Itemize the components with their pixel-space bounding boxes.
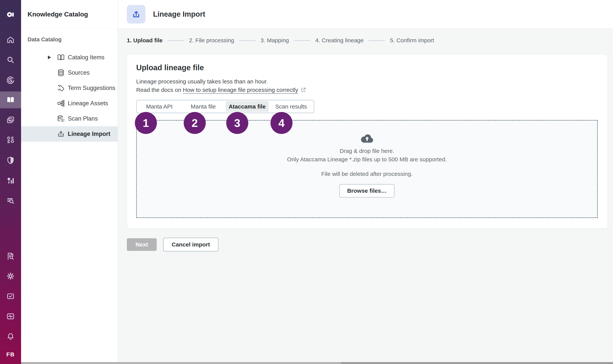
documents-icon	[6, 116, 15, 124]
browse-files-button[interactable]: Browse files…	[340, 184, 395, 197]
sidebar-item-label: Lineage Import	[68, 130, 110, 137]
horizontal-scrollbar-thumb[interactable]	[341, 362, 613, 364]
data-quality-icon	[6, 76, 15, 84]
next-button[interactable]: Next	[127, 238, 157, 251]
step-upload-file: 1. Upload file	[127, 37, 163, 44]
content: 1. Upload file 2. File processing 3. Map…	[118, 29, 613, 364]
main-area: Lineage Import 1. Upload file 2. File pr…	[118, 0, 613, 364]
dropzone-line2: Only Ataccama Lineage *.zip files up to …	[287, 156, 447, 163]
sidebar-item-lineage-import[interactable]: Lineage Import	[21, 126, 118, 142]
sidebar-nav: Catalog Items Sources Term Suggestions L…	[21, 50, 118, 142]
shield-icon	[6, 156, 15, 165]
sidebar-item-label: Sources	[68, 69, 90, 76]
rail-item-documents[interactable]	[0, 112, 21, 129]
cloud-upload-icon	[360, 132, 374, 143]
document-search-icon	[6, 252, 15, 261]
database-icon	[57, 68, 68, 77]
rail-item-knowledge-catalog[interactable]	[0, 91, 21, 108]
rail-item-data-quality[interactable]	[0, 72, 21, 88]
sidebar-item-label: Lineage Assets	[68, 100, 108, 107]
horizontal-scrollbar-track[interactable]	[21, 362, 613, 364]
step-connector	[239, 40, 256, 41]
app-icon-rail: FB	[0, 0, 21, 364]
sidebar-section-label: Data Catalog	[21, 34, 118, 45]
user-avatar[interactable]: FB	[0, 346, 21, 363]
wizard-stepper: 1. Upload file 2. File processing 3. Map…	[127, 37, 613, 44]
tasks-icon	[6, 292, 15, 301]
rail-item-policies[interactable]	[0, 152, 21, 169]
tab-scan-results[interactable]: Scan results	[270, 101, 313, 112]
expand-caret-icon[interactable]	[48, 55, 57, 59]
upload-icon	[57, 130, 68, 138]
step-mapping: 3. Mapping	[260, 37, 289, 44]
sidebar-item-scan-plans[interactable]: Scan Plans	[21, 111, 118, 126]
step-file-processing: 2. File processing	[189, 37, 234, 44]
gear-icon	[6, 272, 15, 281]
page-title: Lineage Import	[153, 10, 205, 18]
cancel-import-button[interactable]: Cancel import	[163, 238, 218, 251]
tab-manta-file[interactable]: Manta file	[182, 101, 225, 112]
step-creating-lineage: 4. Creating lineage	[315, 37, 364, 44]
module-title: Knowledge Catalog	[21, 0, 118, 29]
page-header: Lineage Import	[118, 0, 613, 29]
dropzone-line3: File will be deleted after processing.	[321, 171, 413, 177]
card-title: Upload lineage file	[136, 63, 598, 72]
rail-item-master-data[interactable]	[0, 131, 21, 148]
search-icon	[6, 55, 15, 64]
home-icon	[6, 35, 15, 44]
lineage-icon	[57, 99, 68, 107]
upload-card: Upload lineage file Lineage processing u…	[127, 54, 608, 229]
annotation-badge-3: 3	[226, 112, 248, 134]
sidebar-item-term-suggestions[interactable]: Term Suggestions	[21, 80, 118, 96]
observability-icon	[6, 196, 15, 205]
annotation-badge-2: 2	[184, 112, 206, 134]
description-line1: Lineage processing usually takes less th…	[136, 77, 598, 86]
file-dropzone[interactable]: Drag & drop file here. Only Ataccama Lin…	[136, 120, 598, 218]
annotation-badge-4: 4	[271, 112, 293, 134]
sidebar-item-catalog-items[interactable]: Catalog Items	[21, 50, 118, 65]
sidebar-item-label: Term Suggestions	[68, 85, 115, 91]
annotation-badge-1: 1	[135, 112, 157, 134]
source-type-tabs: Manta API Manta file Ataccama file Scan …	[136, 100, 314, 113]
rail-item-insights[interactable]	[0, 172, 21, 189]
bell-icon	[6, 332, 15, 341]
sidebar-item-sources[interactable]: Sources	[21, 65, 118, 80]
wizard-actions: Next Cancel import	[127, 238, 613, 251]
master-data-icon	[6, 135, 15, 144]
docs-text: Read the docs on	[136, 87, 183, 93]
ataccama-one-logo[interactable]	[0, 6, 21, 23]
sidebar-item-label: Catalog Items	[68, 54, 104, 61]
sidebar-item-lineage-assets[interactable]: Lineage Assets	[21, 96, 118, 111]
insights-icon	[6, 176, 15, 185]
book-icon	[57, 53, 68, 62]
dropzone-line1: Drag & drop file here.	[340, 148, 394, 154]
rail-item-notifications[interactable]	[0, 328, 21, 345]
tab-manta-api[interactable]: Manta API	[138, 101, 181, 112]
rail-item-home[interactable]	[0, 31, 21, 48]
sidebar: Knowledge Catalog Data Catalog Catalog I…	[21, 0, 118, 364]
tab-ataccama-file[interactable]: Ataccama file	[226, 101, 269, 112]
external-link-icon[interactable]	[300, 87, 306, 93]
rail-item-audit[interactable]	[0, 248, 21, 265]
sidebar-item-label: Scan Plans	[68, 115, 98, 122]
step-confirm-import: 5. Confirm import	[390, 37, 434, 44]
step-connector	[168, 40, 184, 41]
rail-item-settings[interactable]	[0, 268, 21, 285]
rail-item-tasks[interactable]	[0, 288, 21, 305]
scan-database-icon	[57, 115, 68, 123]
docs-link[interactable]: How to setup lineage file processing cor…	[183, 87, 298, 93]
card-description: Lineage processing usually takes less th…	[136, 77, 598, 94]
step-connector	[368, 40, 385, 41]
logo-icon	[6, 10, 15, 19]
rail-item-observability[interactable]	[0, 192, 21, 209]
rail-item-system-health[interactable]	[0, 308, 21, 325]
rail-item-search[interactable]	[0, 52, 21, 68]
description-line2: Read the docs on How to setup lineage fi…	[136, 86, 598, 94]
step-connector	[294, 40, 310, 41]
upload-icon	[132, 10, 141, 19]
avatar-initials: FB	[6, 351, 15, 358]
lineage-import-tile	[127, 5, 145, 24]
knowledge-catalog-icon	[6, 95, 15, 104]
monitor-pulse-icon	[6, 312, 15, 321]
tag-check-icon	[57, 84, 68, 92]
